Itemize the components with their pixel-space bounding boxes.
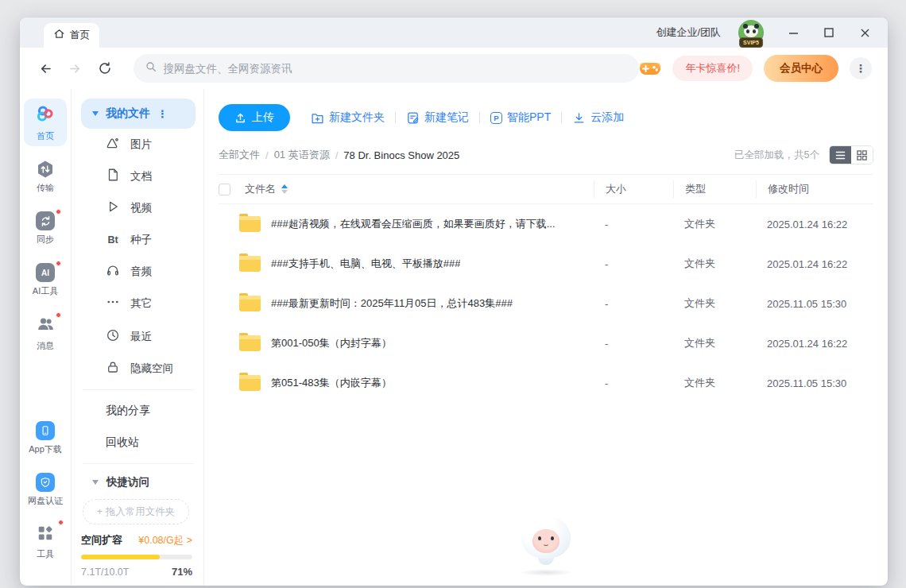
- quick-access-drop-zone[interactable]: + 拖入常用文件夹: [83, 499, 189, 524]
- sidebar-section-quick-access[interactable]: 快捷访问: [81, 469, 196, 496]
- file-size: -: [594, 377, 673, 389]
- maximize-button[interactable]: [817, 22, 841, 43]
- avatar[interactable]: SVIP5: [738, 20, 764, 45]
- promo-banner[interactable]: 年卡惊喜价!: [672, 56, 753, 81]
- back-button[interactable]: [36, 58, 56, 79]
- more-menu-button[interactable]: ⋮: [850, 57, 872, 79]
- rail-item-tools[interactable]: 工具: [24, 520, 67, 564]
- column-header-modified[interactable]: 修改时间: [756, 180, 873, 198]
- ai-icon: AI: [36, 263, 55, 282]
- rail-item-app-download[interactable]: App下载: [24, 416, 67, 459]
- sidebar-item-recycle-bin[interactable]: 回收站: [81, 427, 196, 458]
- headphones-icon: [106, 263, 120, 280]
- create-team-link[interactable]: 创建企业/团队: [656, 25, 721, 40]
- file-name: 第051-483集（内嵌字幕）: [271, 376, 392, 390]
- close-button[interactable]: [853, 22, 877, 43]
- sidebar-item-torrents[interactable]: Bt 种子: [81, 224, 196, 256]
- divider: [479, 112, 480, 123]
- table-row[interactable]: ###最新更新时间：2025年11月05日，总计483集### - 文件夹 20…: [219, 284, 873, 323]
- my-files-menu-icon[interactable]: ⋮: [157, 108, 168, 120]
- my-files-label: 我的文件: [106, 106, 150, 121]
- storage-capacity: 空间扩容 ¥0.08/G起 > 7.1T/10.0T 71%: [81, 533, 192, 578]
- cloud-add-button[interactable]: 云添加: [572, 110, 624, 125]
- storage-usage: 7.1T/10.0T: [81, 567, 129, 578]
- storage-progress-bar: [81, 555, 192, 559]
- refresh-button[interactable]: [95, 58, 115, 79]
- sidebar-item-hidden-space[interactable]: 隐藏空间: [81, 353, 196, 385]
- search-box: [134, 54, 640, 83]
- list-view-button[interactable]: [830, 146, 851, 164]
- tab-home[interactable]: 首页: [44, 23, 99, 48]
- folder-icon: [239, 335, 261, 351]
- file-modified: 2025.01.24 16:22: [756, 219, 873, 230]
- netdisk-logo-icon: [35, 103, 56, 127]
- rail-item-home[interactable]: 首页: [24, 99, 67, 146]
- search-input[interactable]: [164, 63, 629, 75]
- load-status: 已全部加载，共5个: [734, 149, 819, 162]
- breadcrumb-item[interactable]: 01 英语资源: [274, 148, 330, 162]
- sidebar-item-documents[interactable]: 文档: [81, 161, 196, 192]
- rail-label: 工具: [37, 548, 54, 560]
- game-center-icon[interactable]: [639, 60, 661, 77]
- view-toggle: [829, 145, 873, 164]
- table-row[interactable]: 第051-483集（内嵌字幕） - 文件夹 2025.11.05 15:30: [219, 363, 873, 403]
- column-header-size[interactable]: 大小: [594, 180, 673, 198]
- column-header-type[interactable]: 类型: [673, 180, 756, 198]
- sidebar-item-my-shares[interactable]: 我的分享: [81, 395, 196, 427]
- titlebar: 首页 创建企业/团队 SVIP5: [20, 17, 888, 48]
- breadcrumb-item[interactable]: 全部文件: [219, 148, 260, 162]
- grid-view-button[interactable]: [851, 146, 873, 164]
- file-modified: 2025.11.05 15:30: [756, 298, 873, 310]
- sidebar-item-videos[interactable]: 视频: [81, 192, 196, 224]
- smart-ppt-button[interactable]: P 智能PPT: [490, 110, 551, 125]
- forward-button[interactable]: [65, 58, 86, 79]
- file-type: 文件夹: [673, 376, 756, 390]
- rail-item-verification[interactable]: 网盘认证: [24, 468, 67, 511]
- people-icon: [36, 315, 55, 337]
- expand-storage-link[interactable]: ¥0.08/G起 >: [138, 534, 192, 547]
- table-row[interactable]: 第001-050集（内封字幕） - 文件夹 2025.01.24 16:22: [219, 323, 873, 363]
- minimize-button[interactable]: [781, 22, 805, 43]
- file-modified: 2025.11.05 15:30: [756, 377, 873, 389]
- sidebar-item-my-files[interactable]: 我的文件 ⋮: [81, 99, 196, 129]
- file-name: ###支持手机、电脑、电视、平板播放###: [271, 257, 460, 271]
- rail-item-messages[interactable]: 消息: [24, 310, 67, 356]
- sidebar-item-audio[interactable]: 音频: [81, 256, 196, 288]
- app-window: 首页 创建企业/团队 SVIP5: [20, 17, 888, 586]
- vip-center-button[interactable]: 会员中心: [764, 55, 838, 82]
- file-name: ###最新更新时间：2025年11月05日，总计483集###: [271, 296, 513, 311]
- table-body: ###超清视频，在线观看会压缩画质，如果要画质好，请下载... - 文件夹 20…: [219, 204, 873, 403]
- sidebar-item-pictures[interactable]: 图片: [81, 129, 196, 161]
- file-type: 文件夹: [673, 217, 756, 231]
- divider: [83, 463, 194, 464]
- chevron-down-icon: [92, 111, 99, 116]
- table-row[interactable]: ###超清视频，在线观看会压缩画质，如果要画质好，请下载... - 文件夹 20…: [219, 204, 873, 244]
- rail-label: 首页: [37, 130, 54, 142]
- select-all-checkbox[interactable]: [219, 184, 230, 195]
- rail-item-ai-tools[interactable]: AI AI工具: [24, 258, 67, 301]
- content-panel: 上传 新建文件夹 新建笔记 P 智能PPT: [204, 89, 888, 586]
- transfer-icon: [36, 160, 55, 179]
- new-folder-button[interactable]: 新建文件夹: [311, 110, 385, 125]
- file-size: -: [594, 298, 673, 310]
- rail-item-sync[interactable]: 同步: [24, 207, 67, 250]
- upload-button[interactable]: 上传: [219, 104, 290, 131]
- sidebar-item-recent[interactable]: 最近: [81, 321, 196, 353]
- table-row[interactable]: ###支持手机、电脑、电视、平板播放### - 文件夹 2025.01.24 1…: [219, 244, 873, 284]
- column-header-name[interactable]: 文件名: [245, 182, 276, 196]
- file-size: -: [594, 258, 673, 270]
- sort-icon[interactable]: [281, 184, 288, 194]
- clock-icon: [106, 328, 120, 346]
- document-icon: [106, 168, 120, 185]
- new-folder-icon: [311, 111, 324, 125]
- action-bar: 上传 新建文件夹 新建笔记 P 智能PPT: [219, 103, 873, 132]
- rail-label: App下载: [29, 443, 62, 455]
- file-modified: 2025.01.24 16:22: [756, 258, 873, 270]
- rail-label: AI工具: [33, 285, 58, 297]
- capacity-title: 空间扩容: [81, 533, 122, 547]
- new-note-button[interactable]: 新建笔记: [406, 110, 469, 125]
- file-size: -: [594, 338, 673, 350]
- rail-item-transfer[interactable]: 传输: [24, 155, 67, 198]
- storage-percent: 71%: [172, 566, 192, 578]
- sidebar-item-others[interactable]: 其它: [81, 288, 196, 319]
